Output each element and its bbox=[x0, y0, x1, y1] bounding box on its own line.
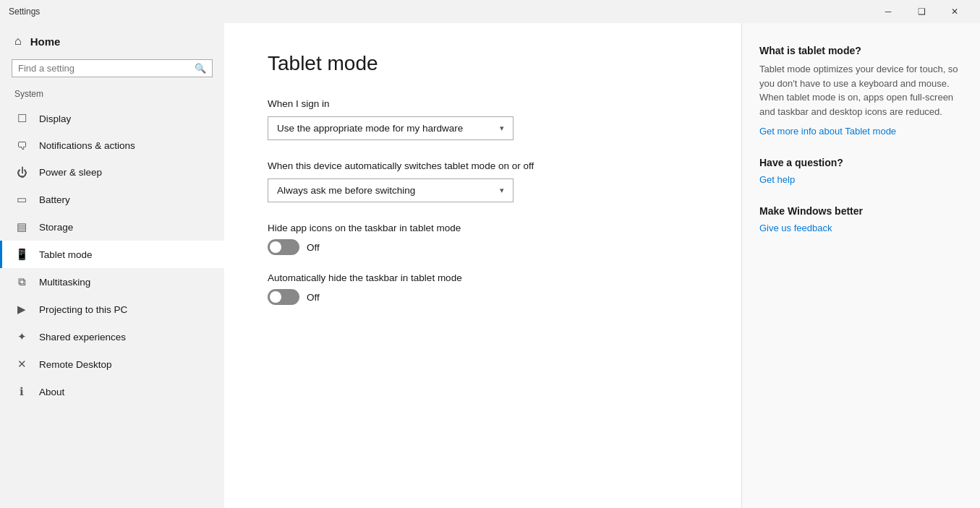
hide-taskbar-label: Automatically hide the taskbar in tablet… bbox=[268, 272, 698, 283]
sidebar-item-label: Multitasking bbox=[39, 277, 90, 288]
shared-icon: ✦ bbox=[14, 330, 29, 343]
toggle-knob bbox=[270, 291, 281, 303]
search-icon: 🔍 bbox=[195, 63, 206, 74]
multitasking-icon: ⧉ bbox=[14, 275, 29, 288]
hide-icons-toggle[interactable] bbox=[268, 239, 299, 255]
app-body: ⌂ Home 🔍 System ☐ Display 🗨 Notification… bbox=[0, 23, 980, 508]
chevron-down-icon: ▾ bbox=[500, 124, 504, 133]
right-panel: What is tablet mode? Tablet mode optimiz… bbox=[741, 23, 980, 508]
hide-icons-toggle-text: Off bbox=[307, 242, 320, 253]
what-is-tablet-title: What is tablet mode? bbox=[759, 45, 963, 56]
switch-dropdown[interactable]: Always ask me before switching ▾ bbox=[268, 178, 514, 202]
sidebar-item-shared[interactable]: ✦ Shared experiences bbox=[0, 323, 224, 350]
hide-taskbar-toggle-row: Automatically hide the taskbar in tablet… bbox=[268, 272, 698, 305]
minimize-button[interactable]: ─ bbox=[872, 0, 905, 23]
give-feedback-link[interactable]: Give us feedback bbox=[759, 223, 963, 233]
sidebar-item-battery[interactable]: ▭ Battery bbox=[0, 186, 224, 213]
search-input[interactable] bbox=[18, 63, 190, 74]
titlebar-controls: ─ ❑ ✕ bbox=[872, 0, 971, 23]
hide-taskbar-control: Off bbox=[268, 289, 698, 305]
sidebar-item-tablet-mode[interactable]: 📱 Tablet mode bbox=[0, 241, 224, 268]
sidebar-item-label: Notifications & actions bbox=[39, 140, 135, 151]
sidebar-item-label: Shared experiences bbox=[39, 332, 126, 343]
titlebar-title: Settings bbox=[9, 7, 872, 17]
sidebar-item-power[interactable]: ⏻ Power & sleep bbox=[0, 159, 224, 186]
sign-in-dropdown-value: Use the appropriate mode for my hardware bbox=[277, 123, 463, 134]
maximize-button[interactable]: ❑ bbox=[905, 0, 938, 23]
when-switch-label: When this device automatically switches … bbox=[268, 160, 698, 171]
sidebar-item-label: Display bbox=[39, 113, 71, 124]
sidebar-item-remote[interactable]: ✕ Remote Desktop bbox=[0, 350, 224, 378]
hide-taskbar-toggle-text: Off bbox=[307, 292, 320, 303]
sidebar-item-label: Battery bbox=[39, 194, 70, 205]
chevron-down-icon: ▾ bbox=[500, 186, 504, 195]
have-a-question-title: Have a question? bbox=[759, 157, 963, 168]
sign-in-dropdown[interactable]: Use the appropriate mode for my hardware… bbox=[268, 116, 514, 140]
sidebar-item-storage[interactable]: ▤ Storage bbox=[0, 213, 224, 241]
hide-icons-control: Off bbox=[268, 239, 698, 255]
search-box[interactable]: 🔍 bbox=[12, 59, 213, 77]
tablet-mode-info-link[interactable]: Get more info about Tablet mode bbox=[759, 126, 963, 137]
have-a-question-section: Have a question? Get help bbox=[759, 157, 963, 185]
hide-icons-label: Hide app icons on the taskbar in tablet … bbox=[268, 223, 698, 233]
sidebar-item-projecting[interactable]: ▶ Projecting to this PC bbox=[0, 296, 224, 323]
hide-icons-toggle-row: Hide app icons on the taskbar in tablet … bbox=[268, 223, 698, 255]
battery-icon: ▭ bbox=[14, 193, 29, 206]
page-title: Tablet mode bbox=[268, 52, 698, 75]
notifications-icon: 🗨 bbox=[14, 139, 29, 152]
sidebar-item-label: Projecting to this PC bbox=[39, 304, 127, 315]
make-windows-better-section: Make Windows better Give us feedback bbox=[759, 205, 963, 233]
sidebar-item-label: About bbox=[39, 387, 64, 397]
main-content: Tablet mode When I sign in Use the appro… bbox=[224, 23, 741, 508]
what-is-tablet-section: What is tablet mode? Tablet mode optimiz… bbox=[759, 45, 963, 137]
power-icon: ⏻ bbox=[14, 166, 29, 178]
storage-icon: ▤ bbox=[14, 220, 29, 233]
close-button[interactable]: ✕ bbox=[938, 0, 971, 23]
projecting-icon: ▶ bbox=[14, 303, 29, 316]
hide-taskbar-toggle[interactable] bbox=[268, 289, 299, 305]
when-sign-in-label: When I sign in bbox=[268, 98, 698, 109]
sidebar-item-notifications[interactable]: 🗨 Notifications & actions bbox=[0, 132, 224, 159]
tablet-mode-icon: 📱 bbox=[14, 248, 29, 261]
sidebar-section-label: System bbox=[0, 86, 224, 105]
sidebar-home-label: Home bbox=[30, 35, 61, 48]
titlebar: Settings ─ ❑ ✕ bbox=[0, 0, 980, 23]
sidebar-home-button[interactable]: ⌂ Home bbox=[0, 23, 224, 56]
toggle-knob bbox=[270, 241, 281, 253]
sidebar-item-label: Storage bbox=[39, 222, 73, 233]
display-icon: ☐ bbox=[14, 112, 29, 125]
about-icon: ℹ bbox=[14, 385, 29, 398]
switch-dropdown-value: Always ask me before switching bbox=[277, 185, 415, 196]
sidebar-item-multitasking[interactable]: ⧉ Multitasking bbox=[0, 268, 224, 296]
home-icon: ⌂ bbox=[14, 35, 22, 48]
make-windows-better-title: Make Windows better bbox=[759, 205, 963, 217]
sidebar-item-label: Tablet mode bbox=[39, 249, 93, 260]
sidebar-item-label: Power & sleep bbox=[39, 167, 102, 178]
sidebar: ⌂ Home 🔍 System ☐ Display 🗨 Notification… bbox=[0, 23, 224, 508]
sidebar-item-label: Remote Desktop bbox=[39, 359, 112, 370]
remote-icon: ✕ bbox=[14, 358, 29, 371]
get-help-link[interactable]: Get help bbox=[759, 174, 963, 185]
sidebar-item-about[interactable]: ℹ About bbox=[0, 378, 224, 405]
sidebar-item-display[interactable]: ☐ Display bbox=[0, 105, 224, 132]
what-is-tablet-text: Tablet mode optimizes your device for to… bbox=[759, 62, 963, 119]
